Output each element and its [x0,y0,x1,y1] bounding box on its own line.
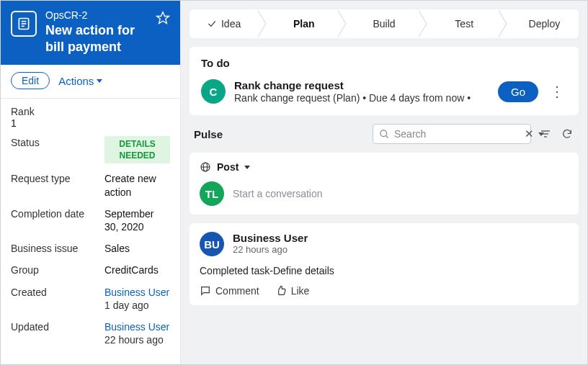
post-type-label: Post [217,161,239,173]
meta-value: 1 [11,117,170,129]
compose-card: Post TL Start a conversation [190,153,579,215]
case-actions-row: Edit Actions [1,65,180,99]
meta-list: Rank 1 Status DETAILS NEEDED Request typ… [1,99,180,364]
like-label: Like [291,285,310,297]
post-author: Business User [233,232,308,244]
todo-card: To do C Rank change request Rank change … [190,47,579,115]
meta-value: Business User 1 day ago [104,286,169,312]
created-when: 1 day ago [104,299,169,312]
meta-row-updated: Updated Business User 22 hours ago [11,320,170,346]
meta-row-request-type: Request type Create new action [11,172,170,198]
todo-avatar: C [201,79,226,104]
search-icon [379,129,390,140]
post-actions: Comment Like [200,285,569,297]
status-badge: DETAILS NEEDED [104,136,170,163]
stage-divider [419,9,430,38]
meta-label: Status [11,136,97,149]
main-content: Idea Plan Build Test Deploy To do C [181,1,587,364]
todo-name: Rank change request [234,79,489,91]
refresh-button[interactable] [560,127,574,141]
meta-label: Rank [11,106,170,117]
stage-idea[interactable]: Idea [190,9,258,38]
post-card: BU Business User 22 hours ago Completed … [190,223,579,305]
stage-label: Deploy [529,18,561,30]
todo-heading: To do [201,57,567,69]
meta-value: Business User 22 hours ago [104,320,169,346]
updated-user-link[interactable]: Business User [104,321,169,333]
todo-sub: Rank change request (Plan) • Due 4 days … [234,92,489,104]
edit-button[interactable]: Edit [11,72,50,89]
post-type-dropdown-icon[interactable] [244,166,250,169]
compose-row[interactable]: TL Start a conversation [200,181,569,206]
search-input[interactable] [394,128,520,140]
meta-label: Request type [11,172,97,185]
meta-row-created: Created Business User 1 day ago [11,286,170,312]
stage-divider [338,9,349,38]
svg-line-6 [386,135,388,138]
meta-value: September 30, 2020 [104,207,170,233]
meta-label: Updated [11,320,97,333]
stage-label: Plan [293,18,315,30]
meta-rank: Rank 1 [11,106,170,129]
case-type-icon [11,11,37,37]
stage-label: Idea [221,18,241,30]
updated-when: 22 hours ago [104,333,169,346]
actions-menu-label: Actions [58,75,94,87]
details-panel: OpsCR-2 New action for bill payment Edit… [1,1,181,364]
app-root: OpsCR-2 New action for bill payment Edit… [0,0,588,365]
case-title: New action for bill payment [45,22,147,55]
meta-value: DETAILS NEEDED [104,136,170,163]
todo-row: C Rank change request Rank change reques… [201,79,567,104]
comment-label: Comment [215,285,259,297]
stage-divider [258,9,270,38]
like-button[interactable]: Like [275,285,310,297]
todo-body: Rank change request Rank change request … [234,79,489,104]
stage-plan[interactable]: Plan [270,9,338,38]
stage-deploy[interactable]: Deploy [510,9,579,38]
post-avatar: BU [200,232,224,256]
comment-button[interactable]: Comment [200,285,259,297]
meta-row-issue: Business issue Sales [11,242,170,255]
meta-value: Sales [104,242,130,255]
globe-icon [200,161,211,173]
stage-divider [499,9,510,38]
meta-value: CreditCards [104,263,159,276]
stage-label: Build [373,18,395,30]
meta-row-completion: Completion date September 30, 2020 [11,207,170,233]
meta-label: Group [11,263,97,276]
created-user-link[interactable]: Business User [104,287,169,298]
pulse-header: Pulse ✕ [190,124,579,144]
pulse-search[interactable]: ✕ [373,124,531,144]
pulse-title: Pulse [194,128,223,140]
clear-icon[interactable]: ✕ [525,127,534,140]
todo-overflow-menu[interactable]: ⋮ [547,84,567,99]
post-body: Completed task-Define details [200,265,569,276]
favorite-button[interactable] [156,11,170,25]
compose-input[interactable]: Start a conversation [233,188,323,199]
svg-point-5 [380,130,387,136]
case-header: OpsCR-2 New action for bill payment [1,1,180,65]
case-id: OpsCR-2 [45,9,147,21]
post-meta: Business User 22 hours ago [233,232,308,255]
post-head: BU Business User 22 hours ago [200,232,569,256]
caret-down-icon [97,79,102,83]
actions-menu[interactable]: Actions [58,75,102,87]
check-icon [207,19,217,29]
case-header-text: OpsCR-2 New action for bill payment [45,9,147,55]
meta-label: Created [11,286,97,299]
stage-label: Test [455,18,473,30]
stage-test[interactable]: Test [430,9,499,38]
compose-avatar: TL [200,181,224,206]
meta-value: Create new action [104,172,170,198]
meta-label: Business issue [11,242,97,255]
stage-bar: Idea Plan Build Test Deploy [190,9,579,38]
compose-top: Post [200,161,569,173]
meta-row-group: Group CreditCards [11,263,170,276]
svg-marker-4 [157,12,169,24]
stage-build[interactable]: Build [349,9,418,38]
meta-label: Completion date [11,207,97,220]
meta-row-status: Status DETAILS NEEDED [11,136,170,163]
go-button[interactable]: Go [498,81,538,102]
post-time: 22 hours ago [233,244,308,255]
filter-button[interactable] [538,127,553,141]
